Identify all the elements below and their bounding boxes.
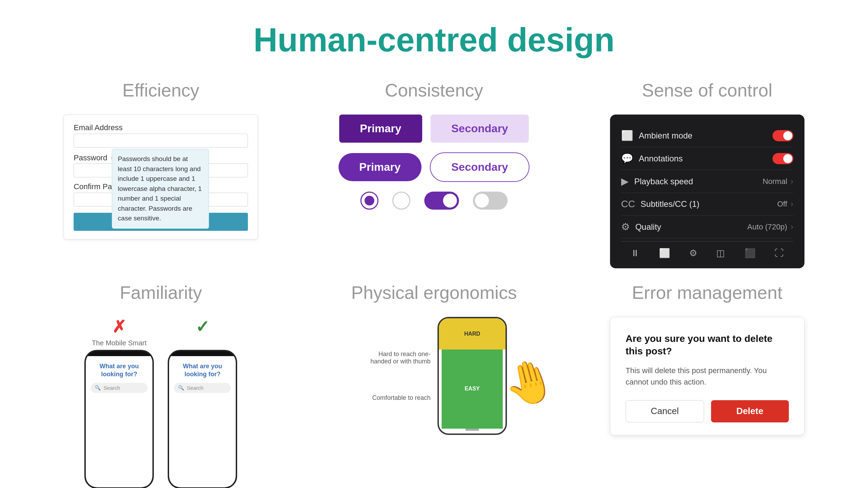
phone-right-label: [202, 339, 204, 347]
phone-search-right: 🔍 Search: [174, 383, 231, 393]
soc-subtitles-label: CC Subtitles/CC (1): [621, 199, 700, 210]
phone-screen-right: What are you looking for? 🔍 Search: [169, 356, 236, 487]
consistency-title: Consistency: [385, 80, 483, 101]
soc-quality-label: ⚙ Quality: [621, 221, 661, 233]
sense-of-control-section: Sense of control ⬜ Ambient mode 💬 Annota…: [581, 80, 833, 268]
error-management-section: Error management Are you sure you want t…: [581, 282, 833, 488]
button-row-2: Primary Secondary: [339, 152, 530, 182]
zone-easy: EASY: [442, 349, 503, 429]
page-title: Human-centred design: [0, 0, 868, 80]
password-row: Password 👁 Passwords should be at least …: [74, 152, 248, 163]
search-icon-right: 🔍: [178, 385, 184, 390]
phone-notch-wrong: [109, 351, 130, 356]
efficiency-section: Efficiency Email Address Password 👁 Pass…: [35, 80, 287, 268]
search-icon-wrong: 🔍: [95, 385, 101, 390]
radio-row: [360, 192, 508, 210]
quality-chevron-icon: ›: [791, 222, 793, 232]
phone-wrong-wrapper: ✗ The Mobile Smart What are you looking …: [84, 317, 154, 488]
phone-right: What are you looking for? 🔍 Search: [168, 350, 237, 488]
soc-title: Sense of control: [642, 80, 773, 101]
cancel-button[interactable]: Cancel: [626, 400, 704, 422]
ergo-phone: HARD OK EASY: [437, 317, 507, 435]
soc-ambient-row: ⬜ Ambient mode: [621, 124, 793, 147]
playback-icon: ▶: [621, 176, 629, 187]
toggle-off[interactable]: [473, 192, 508, 210]
annotations-toggle[interactable]: [773, 153, 793, 164]
error-dialog-title: Are you sure you want to delete this pos…: [626, 333, 789, 358]
primary-button-2[interactable]: Primary: [339, 153, 422, 181]
delete-button[interactable]: Delete: [711, 400, 789, 422]
playback-chevron-icon: ›: [791, 177, 793, 186]
error-title-section: Error management: [632, 282, 783, 303]
fullscreen-icon[interactable]: ⛶: [775, 248, 784, 259]
ambient-icon: ⬜: [621, 130, 633, 141]
error-dialog-body: This will delete this post permanently. …: [626, 365, 789, 388]
secondary-button-1[interactable]: Secondary: [431, 115, 529, 143]
phone-search-wrong: 🔍 Search: [91, 383, 148, 393]
email-label: Email Address: [74, 123, 248, 132]
error-card: Are you sure you want to delete this pos…: [610, 317, 804, 435]
phone-question-right: What are you looking for?: [174, 362, 231, 379]
soc-playback-row[interactable]: ▶ Playback speed Normal ›: [621, 170, 793, 193]
secondary-button-2[interactable]: Secondary: [430, 152, 530, 182]
settings-icon[interactable]: ⚙: [689, 248, 697, 259]
hard-label: Hard to reach one-handed or with thumb: [361, 351, 431, 365]
error-button-row: Cancel Delete: [626, 400, 789, 422]
mini-player-icon[interactable]: ⬜: [659, 248, 670, 259]
password-label: Password: [74, 153, 107, 162]
efficiency-card: Email Address Password 👁 Passwords shoul…: [64, 115, 258, 239]
soc-bottom-bar: ⏸ ⬜ ⚙ ◫ ⬛ ⛶: [621, 241, 793, 259]
phone-wrong: What are you looking for? 🔍 Search: [84, 350, 154, 488]
button-row-1: Primary Secondary: [339, 115, 529, 143]
wrong-mark: ✗: [112, 317, 126, 336]
soc-playback-value: Normal ›: [762, 177, 793, 186]
efficiency-title: Efficiency: [123, 80, 200, 101]
familiarity-card: ✗ The Mobile Smart What are you looking …: [84, 317, 237, 488]
password-tooltip: Passwords should be at least 10 characte…: [112, 149, 209, 229]
phone-screen-wrong: What are you looking for? 🔍 Search: [86, 356, 152, 487]
phone-notch-right: [192, 351, 213, 356]
soc-annotations-label: 💬 Annotations: [621, 153, 683, 164]
soc-quality-value: Auto (720p) ›: [747, 222, 793, 232]
consistency-card: Primary Secondary Primary Secondary: [337, 115, 531, 210]
annotations-icon: 💬: [621, 153, 633, 164]
easy-label: Comfortable to reach: [372, 394, 431, 402]
toggle-on[interactable]: [424, 192, 459, 210]
quality-icon: ⚙: [621, 221, 630, 233]
soc-subtitles-value: Off ›: [777, 200, 793, 209]
consistency-section: Consistency Primary Secondary Primary Se…: [308, 80, 560, 268]
subtitles-chevron-icon: ›: [791, 200, 793, 209]
main-grid: Efficiency Email Address Password 👁 Pass…: [0, 80, 868, 488]
primary-button-1[interactable]: Primary: [339, 115, 422, 143]
phone-wrong-label: The Mobile Smart: [92, 339, 147, 347]
phys-title: Physical ergonomics: [351, 282, 517, 303]
soc-playback-label: ▶ Playback speed: [621, 176, 693, 187]
familiarity-title: Familiarity: [120, 282, 202, 303]
soc-subtitles-row[interactable]: CC Subtitles/CC (1) Off ›: [621, 193, 793, 216]
soc-card: ⬜ Ambient mode 💬 Annotations ▶ Playback …: [610, 115, 804, 268]
phone-right-wrapper: ✓ What are you looking for? 🔍 Search: [168, 317, 237, 488]
ambient-toggle[interactable]: [773, 130, 793, 141]
phone-question-wrong: What are you looking for?: [91, 362, 148, 379]
pause-icon[interactable]: ⏸: [631, 248, 640, 259]
phys-card: Hard to reach one-handed or with thumb C…: [337, 317, 531, 435]
theatre-icon[interactable]: ⬛: [744, 248, 756, 259]
soc-annotations-row: 💬 Annotations: [621, 147, 793, 170]
right-mark: ✓: [195, 317, 209, 336]
soc-ambient-label: ⬜ Ambient mode: [621, 130, 693, 141]
radio-selected[interactable]: [360, 192, 378, 210]
subtitles-icon: CC: [621, 199, 635, 210]
hand-emoji: 🤚: [498, 352, 561, 413]
physical-ergonomics-section: Physical ergonomics Hard to reach one-ha…: [308, 282, 560, 488]
email-input[interactable]: [74, 134, 248, 148]
soc-quality-row[interactable]: ⚙ Quality Auto (720p) ›: [621, 216, 793, 238]
radio-unselected[interactable]: [392, 192, 410, 210]
familiarity-section: Familiarity ✗ The Mobile Smart What are …: [35, 282, 287, 488]
pip-icon[interactable]: ◫: [716, 248, 725, 259]
zone-hard: HARD: [442, 321, 503, 350]
phone-home-button: [465, 429, 479, 431]
